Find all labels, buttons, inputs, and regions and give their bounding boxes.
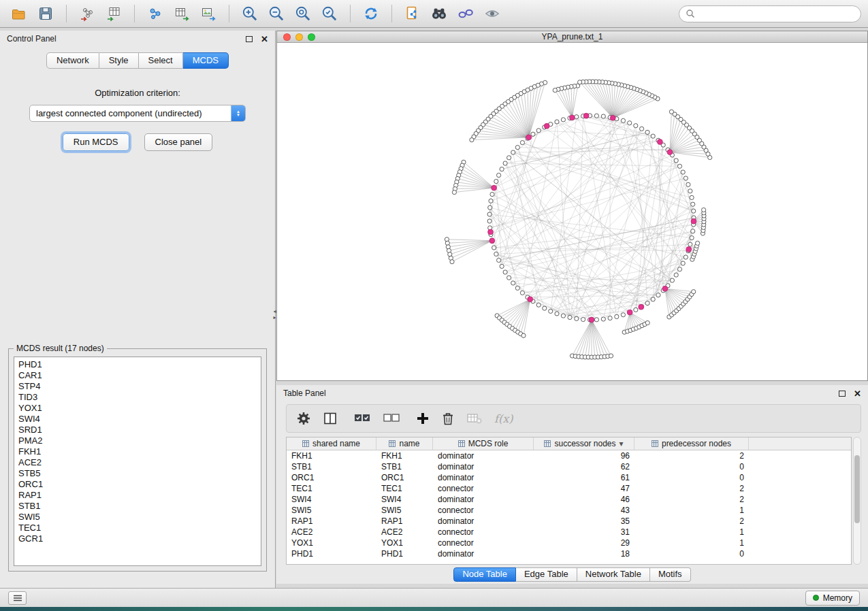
close-panel-icon[interactable]: ✕: [854, 389, 861, 398]
tab-network-table[interactable]: Network Table: [577, 567, 650, 582]
table-cell: connector: [433, 527, 534, 537]
select-all-button[interactable]: [353, 412, 371, 425]
table-row[interactable]: TEC1TEC1connector472: [287, 483, 851, 494]
memory-button[interactable]: Memory: [805, 591, 860, 606]
mcds-result-item[interactable]: ORC1: [18, 479, 257, 490]
table-panel-title: Table Panel: [283, 389, 326, 398]
table-row[interactable]: YOX1YOX1connector291: [287, 538, 851, 548]
network-window-titlebar[interactable]: YPA_prune.txt_1: [277, 31, 867, 43]
mcds-result-item[interactable]: FKH1: [18, 446, 257, 457]
import-network-button[interactable]: [75, 3, 99, 24]
table-cell: SWI5: [287, 506, 376, 515]
optimization-criterion-label: Optimization criterion:: [0, 88, 275, 98]
table-row[interactable]: RAP1RAP1dominator352: [287, 516, 851, 527]
float-window-icon[interactable]: [839, 391, 846, 397]
cytoscape-application-window: Control Panel ✕ NetworkStyleSelectMCDS O…: [0, 0, 868, 611]
tab-edge-table[interactable]: Edge Table: [516, 567, 577, 582]
tab-network[interactable]: Network: [46, 52, 99, 69]
export-image-button[interactable]: [196, 3, 221, 24]
zoom-fit-button[interactable]: [291, 3, 315, 24]
mcds-result-item[interactable]: PHD1: [18, 359, 257, 370]
zoom-in-button[interactable]: [238, 3, 262, 24]
mcds-result-list[interactable]: PHD1CAR1STP4TID3YOX1SWI4SRD1PMA2FKH1ACE2…: [14, 357, 261, 566]
sort-dropdown-icon[interactable]: ▾: [620, 439, 624, 448]
splitter-expand-icon[interactable]: ▸: [273, 314, 276, 320]
window-close-icon[interactable]: [283, 33, 291, 41]
function-builder-button[interactable]: f(x): [494, 412, 513, 425]
mcds-result-item[interactable]: CAR1: [18, 370, 257, 381]
mcds-result-item[interactable]: RAP1: [18, 490, 257, 501]
tab-style[interactable]: Style: [99, 52, 139, 69]
table-scrollbar[interactable]: [853, 437, 861, 565]
mcds-result-item[interactable]: GCR1: [18, 533, 257, 544]
tab-mcds[interactable]: MCDS: [183, 52, 229, 69]
float-window-icon[interactable]: [246, 36, 253, 42]
table-cell: 0: [634, 473, 749, 482]
mcds-result-item[interactable]: SWI4: [18, 414, 257, 425]
mcds-result-item[interactable]: ACE2: [18, 457, 257, 468]
table-row[interactable]: ORC1ORC1dominator610: [287, 472, 851, 483]
column-header-MCDS-role[interactable]: MCDS role: [433, 437, 534, 450]
add-column-button[interactable]: [416, 412, 430, 425]
import-table-button[interactable]: [101, 3, 126, 24]
table-cell: TEC1: [287, 484, 376, 493]
mcds-result-item[interactable]: SRD1: [18, 425, 257, 435]
table-scrollbar-thumb[interactable]: [854, 455, 860, 523]
column-header-name[interactable]: name: [376, 437, 433, 450]
tab-select[interactable]: Select: [139, 52, 183, 69]
mcds-result-item[interactable]: STB1: [18, 501, 257, 512]
zoom-selected-button[interactable]: [317, 3, 342, 24]
save-session-button[interactable]: [33, 3, 58, 24]
splitter-collapse-icon[interactable]: ◂: [273, 308, 276, 314]
control-panel-header: Control Panel ✕: [0, 31, 275, 47]
table-row[interactable]: FKH1FKH1dominator962: [287, 450, 851, 461]
show-column-button[interactable]: [323, 411, 338, 426]
mcds-result-item[interactable]: TEC1: [18, 523, 257, 533]
mcds-result-item[interactable]: YOX1: [18, 403, 257, 414]
status-menu-button[interactable]: [8, 591, 27, 605]
delete-table-button[interactable]: [466, 412, 483, 425]
mcds-result-item[interactable]: TID3: [18, 392, 257, 403]
table-row[interactable]: PHD1PHD1dominator180: [287, 548, 851, 559]
column-header-predecessor-nodes[interactable]: predecessor nodes: [634, 437, 749, 450]
toolbar-separator: [350, 5, 351, 22]
binoculars-button[interactable]: [427, 3, 451, 24]
refresh-button[interactable]: [359, 3, 383, 24]
zoom-out-button[interactable]: [264, 3, 289, 24]
tab-motifs[interactable]: Motifs: [650, 567, 691, 582]
mcds-result-item[interactable]: PMA2: [18, 435, 257, 446]
table-cell: 2: [634, 495, 749, 504]
table-cell: YOX1: [287, 538, 376, 548]
mcds-result-title: MCDS result (17 nodes): [14, 344, 107, 353]
window-zoom-icon[interactable]: [308, 33, 315, 41]
optimization-criterion-dropdown[interactable]: largest connected component (undirected)…: [29, 105, 246, 122]
table-settings-button[interactable]: [296, 411, 311, 426]
deselect-all-button[interactable]: [383, 412, 400, 425]
network-canvas[interactable]: [277, 44, 867, 380]
column-header-successor-nodes[interactable]: successor nodes▾: [534, 437, 634, 450]
import-table-icon: [106, 5, 122, 22]
close-panel-icon[interactable]: ✕: [261, 35, 268, 44]
mcds-result-item[interactable]: SWI5: [18, 512, 257, 523]
glasses-button[interactable]: [453, 3, 478, 24]
tab-node-table[interactable]: Node Table: [453, 567, 516, 582]
table-cell: ACE2: [376, 527, 433, 537]
search-input[interactable]: [699, 9, 854, 18]
mcds-result-item[interactable]: STB5: [18, 468, 257, 479]
close-panel-button[interactable]: Close panel: [144, 133, 213, 151]
table-row[interactable]: SWI4SWI4dominator462: [287, 494, 851, 505]
column-header-shared-name[interactable]: shared name: [287, 437, 376, 450]
export-network-button[interactable]: [143, 3, 167, 24]
status-bar: Memory: [0, 588, 868, 607]
window-minimize-icon[interactable]: [295, 33, 303, 41]
clipboard-share-button[interactable]: [400, 3, 425, 24]
mcds-result-item[interactable]: STP4: [18, 381, 257, 392]
table-row[interactable]: STB1STB1dominator620: [287, 461, 851, 472]
table-row[interactable]: ACE2ACE2connector311: [287, 527, 851, 538]
export-table-button[interactable]: [170, 3, 194, 24]
delete-column-button[interactable]: [441, 411, 455, 426]
run-mcds-button[interactable]: Run MCDS: [63, 133, 129, 151]
eye-button[interactable]: [480, 3, 504, 24]
open-session-button[interactable]: [7, 3, 31, 24]
table-row[interactable]: SWI5SWI5connector431: [287, 505, 851, 516]
